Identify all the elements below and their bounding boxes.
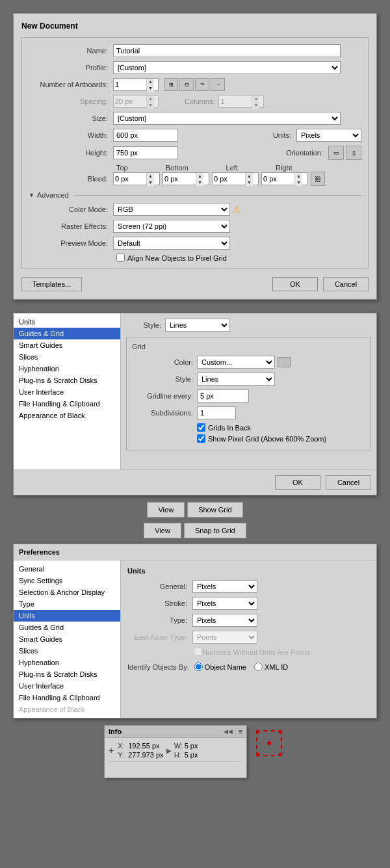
landscape-btn[interactable]: ▯: [346, 146, 361, 160]
spacing-up[interactable]: ▲: [147, 96, 154, 102]
grids-in-back-checkbox[interactable]: [197, 423, 205, 432]
link-bleed-btn[interactable]: ⛓: [311, 172, 325, 186]
gridline-input[interactable]: [197, 389, 249, 402]
width-input[interactable]: [113, 129, 178, 142]
units-select[interactable]: PixelsPointsInches: [296, 129, 361, 142]
templates-btn[interactable]: Templates...: [21, 277, 82, 291]
units-stroke-select[interactable]: PixelsPoints: [192, 597, 257, 610]
sidebar-item-file-handling[interactable]: File Handling & Clipboard: [14, 398, 120, 410]
object-name-option[interactable]: Object Name: [194, 663, 246, 671]
artboard-grid-btn[interactable]: ⊞: [164, 78, 178, 91]
bleed-bottom-down[interactable]: ▼: [196, 179, 203, 186]
sidebar-item-hyphenation[interactable]: Hyphenation: [14, 363, 120, 375]
columns-up[interactable]: ▲: [252, 96, 259, 102]
bleed-right-up[interactable]: ▲: [295, 173, 302, 179]
view-btn-1[interactable]: View: [147, 502, 185, 518]
align-checkbox[interactable]: [116, 254, 125, 262]
raster-select[interactable]: Screen (72 ppi)Medium (150 ppi): [113, 220, 230, 233]
units-east-select[interactable]: Points: [192, 631, 257, 644]
units-general-select[interactable]: PixelsPoints: [192, 580, 257, 593]
new-doc-cancel-btn[interactable]: Cancel: [323, 277, 369, 291]
color-mode-select[interactable]: RGBCMYK: [113, 203, 230, 216]
sidebar-item-slices[interactable]: Slices: [14, 351, 120, 363]
new-doc-ok-btn[interactable]: OK: [272, 277, 318, 291]
units-type-select[interactable]: PixelsPoints: [192, 614, 257, 627]
view-btn-2[interactable]: View: [144, 523, 181, 538]
preview-select[interactable]: DefaultPixel: [113, 237, 230, 250]
artboards-spinner[interactable]: ▲ ▼: [113, 78, 159, 91]
grid-color-select[interactable]: Custom...Light Gray: [197, 356, 275, 369]
bleed-right-input[interactable]: [262, 175, 294, 183]
portrait-btn[interactable]: ▭: [328, 146, 344, 160]
bleed-bottom-spin[interactable]: ▲ ▼: [162, 172, 209, 185]
bleed-bottom-up[interactable]: ▲: [196, 173, 203, 179]
identify-label: Identify Objects By:: [127, 663, 194, 671]
color-swatch[interactable]: [278, 357, 291, 367]
bleed-top-down[interactable]: ▼: [147, 179, 154, 186]
artboard-col-btn[interactable]: ↷: [195, 78, 209, 91]
prefs-sidebar-plugins2[interactable]: Plug-ins & Scratch Disks: [14, 668, 120, 680]
grid-style-select[interactable]: LinesDots: [197, 373, 275, 386]
prefs-sidebar-selection[interactable]: Selection & Anchor Display: [14, 586, 120, 598]
prefs-sidebar-file2[interactable]: File Handling & Clipboard: [14, 692, 120, 704]
artboards-input[interactable]: [114, 81, 146, 88]
bleed-left-up[interactable]: ▲: [246, 173, 253, 179]
bleed-right-spin[interactable]: ▲ ▼: [261, 172, 308, 185]
sidebar-item-appearance[interactable]: Appearance of Black: [14, 410, 120, 421]
prefs-sidebar-sync[interactable]: Sync Settings: [14, 575, 120, 586]
columns-spinner[interactable]: ▲ ▼: [218, 95, 264, 108]
raster-label: Raster Effects:: [29, 222, 113, 230]
bleed-bottom-input[interactable]: [163, 175, 196, 183]
info-expand-icon[interactable]: ◀◀: [224, 728, 233, 735]
guides-ok-btn[interactable]: OK: [275, 475, 320, 490]
advanced-toggle[interactable]: ▼: [29, 192, 34, 198]
guides-cancel-btn[interactable]: Cancel: [326, 475, 371, 490]
snap-grid-btn[interactable]: Snap to Grid: [184, 523, 246, 538]
prefs-sidebar-smart[interactable]: Smart Guides: [14, 633, 120, 645]
artboards-down[interactable]: ▼: [147, 85, 154, 92]
bleed-left-spin[interactable]: ▲ ▼: [212, 172, 259, 185]
units-east-label: East Asian Type:: [127, 633, 192, 641]
bleed-top-input[interactable]: [114, 175, 146, 183]
sidebar-item-guides-grid[interactable]: Guides & Grid: [14, 328, 120, 339]
bleed-left-input[interactable]: [213, 175, 245, 183]
guides-style-select[interactable]: LinesDots: [165, 319, 230, 332]
prefs-sidebar-type[interactable]: Type: [14, 598, 120, 610]
xml-id-option[interactable]: XML ID: [254, 663, 288, 671]
spacing-down[interactable]: ▼: [147, 102, 154, 109]
bleed-left-down[interactable]: ▼: [246, 179, 253, 186]
numbers-checkbox[interactable]: [194, 648, 202, 656]
height-input[interactable]: [113, 146, 178, 159]
info-menu-icon[interactable]: ≡: [239, 728, 242, 735]
prefs-sidebar-general[interactable]: General: [14, 563, 120, 575]
sidebar-item-ui[interactable]: User Interface: [14, 386, 120, 398]
profile-select[interactable]: [Custom] Print Web Mobile: [113, 61, 341, 74]
prefs-sidebar-hyph[interactable]: Hyphenation: [14, 657, 120, 668]
artboards-up[interactable]: ▲: [147, 79, 154, 85]
object-name-radio[interactable]: [194, 663, 203, 671]
prefs-sidebar-guides[interactable]: Guides & Grid: [14, 622, 120, 633]
subdivisions-input[interactable]: [197, 406, 236, 419]
sidebar-item-units[interactable]: Units: [14, 316, 120, 328]
prefs-sidebar-appearance2[interactable]: Appearance of Black: [14, 704, 120, 715]
columns-input[interactable]: [219, 98, 252, 105]
artboard-arr-btn[interactable]: →: [211, 78, 225, 91]
prefs-sidebar-ui2[interactable]: User Interface: [14, 680, 120, 692]
columns-down[interactable]: ▼: [252, 102, 259, 109]
sidebar-item-smart-guides[interactable]: Smart Guides: [14, 339, 120, 351]
bleed-top-spin[interactable]: ▲ ▼: [113, 172, 160, 185]
show-pixel-grid-checkbox[interactable]: [197, 434, 205, 443]
bleed-right-down[interactable]: ▼: [295, 179, 302, 186]
size-select[interactable]: [Custom]LetterA4: [113, 112, 341, 125]
sidebar-item-plugins[interactable]: Plug-ins & Scratch Disks: [14, 375, 120, 386]
xml-id-radio[interactable]: [254, 663, 263, 671]
spacing-spinner[interactable]: ▲ ▼: [113, 95, 159, 108]
name-input[interactable]: [113, 44, 341, 57]
prefs-sidebar-units[interactable]: Units: [14, 610, 120, 622]
spacing-input[interactable]: [114, 98, 146, 105]
show-grid-btn[interactable]: Show Grid: [187, 502, 242, 518]
artboard-row-btn[interactable]: ⊟: [179, 78, 194, 91]
bleed-top-up[interactable]: ▲: [147, 173, 154, 179]
wh-coords: W: 5 px H: 5 px: [174, 742, 198, 759]
prefs-sidebar-slices[interactable]: Slices: [14, 645, 120, 657]
